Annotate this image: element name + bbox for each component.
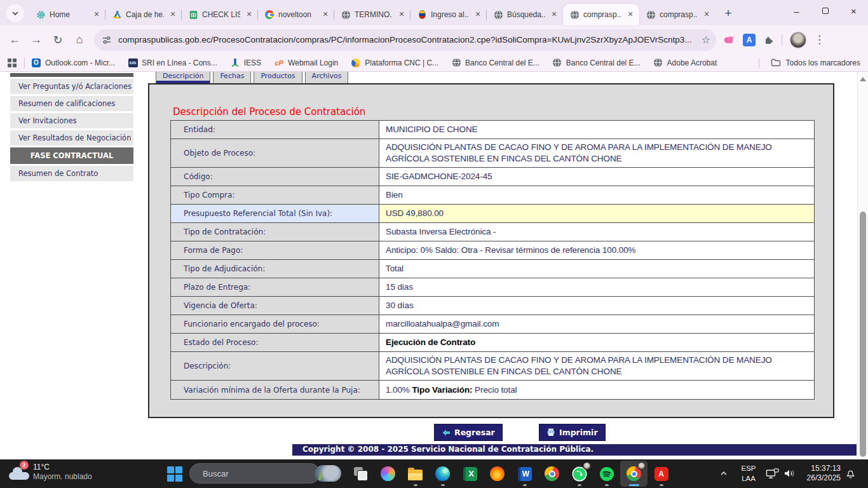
sidebar-section-header: FASE CONTRACTUAL	[10, 147, 133, 164]
bookmark-label: Adobe Acrobat	[667, 58, 717, 67]
chrome-profile-taskbar-icon[interactable]	[620, 461, 648, 487]
taskbar-clock[interactable]: 15:37:13 26/3/2025	[788, 464, 841, 483]
row-value: Ejecución de Contrato	[379, 334, 814, 351]
minimize-button[interactable]: –	[782, 0, 811, 22]
sidebar-item[interactable]: Resumen de calificaciones	[10, 96, 133, 111]
browser-tab[interactable]: CHECK LIS...×	[182, 4, 258, 25]
browser-tab[interactable]: Home×	[29, 4, 105, 25]
search-highlight-image[interactable]	[315, 465, 341, 482]
tab-close-icon[interactable]: ×	[473, 10, 483, 20]
home-button[interactable]: ⌂	[69, 29, 90, 51]
bookmark-item[interactable]: SRISRI en Línea - Cons...	[128, 58, 217, 68]
bookmark-item[interactable]: OOutlook.com - Micr...	[31, 58, 115, 68]
tab-close-icon[interactable]: ×	[92, 10, 102, 20]
maximize-button[interactable]	[811, 0, 839, 22]
bookmark-item[interactable]: Banco Central del E...	[552, 58, 641, 68]
language-indicator[interactable]: ESP LAA	[737, 463, 760, 484]
extensions-puzzle-icon[interactable]	[763, 34, 774, 45]
profile-avatar[interactable]	[790, 32, 806, 48]
tab-title: TERMINO...	[355, 10, 393, 19]
tab-close-icon[interactable]: ×	[397, 10, 407, 20]
browser-tab[interactable]: Ingreso al...×	[410, 4, 487, 25]
edge-taskbar-icon[interactable]	[429, 461, 456, 487]
menu-kebab-icon[interactable]: ⋮	[814, 33, 825, 46]
sidebar-item[interactable]: Resumen de Contrato	[10, 166, 133, 181]
clock-time: 15:37:13	[788, 464, 841, 473]
bookmark-star-icon[interactable]: ☆	[702, 34, 710, 46]
browser-tab[interactable]: noveltoon×	[258, 4, 334, 25]
tab-close-icon[interactable]: ×	[320, 10, 330, 20]
address-bar[interactable]: compraspublicas.gob.ec/ProcesoContrataci…	[94, 29, 717, 51]
task-view-taskbar-icon[interactable]	[347, 461, 374, 487]
network-icon[interactable]	[766, 468, 779, 482]
taskbar: 2 11°C Mayorm. nublado XWA ESP LAA 15:37…	[0, 459, 868, 488]
bookmark-item[interactable]: IESS	[230, 58, 261, 68]
extension-pink-icon[interactable]	[723, 35, 735, 44]
file-explorer-taskbar-icon[interactable]	[402, 461, 429, 487]
bookmark-item[interactable]: cPWebmail Login	[274, 58, 338, 68]
tab-close-icon[interactable]: ×	[168, 10, 178, 20]
browser-tab[interactable]: TERMINO...×	[334, 4, 410, 25]
tray-chevron-up-icon[interactable]	[719, 468, 728, 480]
tab-fechas[interactable]: Fechas	[213, 72, 251, 83]
search-input[interactable]	[203, 469, 315, 478]
row-value-text: Total	[386, 263, 403, 274]
imprimir-button[interactable]: Imprimir	[539, 424, 606, 441]
reload-button[interactable]: ↻	[47, 29, 69, 51]
browser-tab[interactable]: Búsqueda...×	[487, 4, 563, 25]
bookmark-item[interactable]: Banco Central del E...	[451, 58, 539, 68]
taskbar-search[interactable]	[189, 463, 320, 484]
tab-descripción[interactable]: Descripción	[156, 72, 210, 83]
scrollbar-thumb[interactable]	[860, 212, 866, 457]
bookmark-item[interactable]: Adobe Acrobat	[653, 58, 717, 68]
globe-favicon	[653, 58, 663, 68]
browser-tab[interactable]: comprasp...×	[639, 4, 715, 25]
browser-tab[interactable]: Caja de he...×	[105, 4, 182, 25]
new-tab-button[interactable]: +	[719, 4, 737, 22]
profile-badge-avatar	[637, 462, 646, 470]
cnc-favicon	[351, 58, 361, 68]
regresar-button[interactable]: Regresar	[434, 424, 503, 441]
acrobat-taskbar-icon[interactable]: A	[648, 461, 675, 487]
table-row: Código:SIE-GADMCHONE-2024-45	[171, 168, 814, 186]
tab-archivos[interactable]: Archivos	[305, 72, 349, 83]
sidebar-item[interactable]: Ver Invitaciones	[10, 113, 133, 128]
translate-icon[interactable]: A	[743, 34, 756, 46]
toolbar-divider	[782, 34, 782, 46]
tab-close-icon[interactable]: ×	[549, 10, 559, 20]
row-label: Variación mínima de la Oferta durante la…	[171, 381, 379, 399]
spotify-taskbar-icon[interactable]	[593, 461, 620, 487]
notifications-bell-icon[interactable]	[845, 468, 856, 482]
toolbar-right: A ⋮	[723, 32, 825, 48]
whatsapp-taskbar-icon[interactable]	[566, 461, 593, 487]
apps-grid-icon[interactable]	[8, 58, 17, 67]
row-value: USD 49,880.00	[379, 205, 814, 222]
browser-tab[interactable]: comprasp...×	[563, 4, 639, 25]
sidebar-item[interactable]: Ver Preguntas y/ó Aclaraciones	[10, 79, 133, 94]
page-scrollbar[interactable]	[857, 72, 868, 459]
sheets-favicon	[188, 10, 198, 20]
start-button[interactable]	[167, 466, 182, 482]
row-label: Plazo de Entrega:	[171, 278, 379, 296]
back-button[interactable]: ←	[4, 29, 25, 51]
bookmark-item[interactable]: Plataforma CNC | C...	[351, 58, 438, 68]
imprimir-label: Imprimir	[559, 428, 598, 437]
row-label: Forma de Pago:	[171, 241, 379, 259]
close-button[interactable]: ×	[839, 0, 868, 22]
tab-search-button[interactable]	[6, 4, 24, 22]
chrome-taskbar-icon[interactable]	[538, 461, 566, 487]
site-settings-icon[interactable]	[102, 35, 112, 45]
tab-close-icon[interactable]: ×	[244, 10, 254, 20]
excel-taskbar-icon[interactable]: X	[456, 461, 484, 487]
firefox-taskbar-icon[interactable]	[484, 461, 511, 487]
scroll-up-arrow[interactable]	[860, 77, 866, 81]
all-bookmarks[interactable]: Todos los marcadores	[757, 58, 860, 68]
forward-button[interactable]: →	[25, 29, 47, 51]
word-taskbar-icon[interactable]: W	[511, 461, 538, 487]
tab-close-icon[interactable]: ×	[625, 10, 635, 20]
sidebar-item[interactable]: Ver Resultados de Negociación	[10, 130, 133, 146]
copilot-taskbar-icon[interactable]	[374, 461, 402, 487]
weather-widget[interactable]: 2	[9, 464, 32, 481]
tab-close-icon[interactable]: ×	[702, 10, 712, 20]
tab-productos[interactable]: Productos	[254, 72, 302, 83]
